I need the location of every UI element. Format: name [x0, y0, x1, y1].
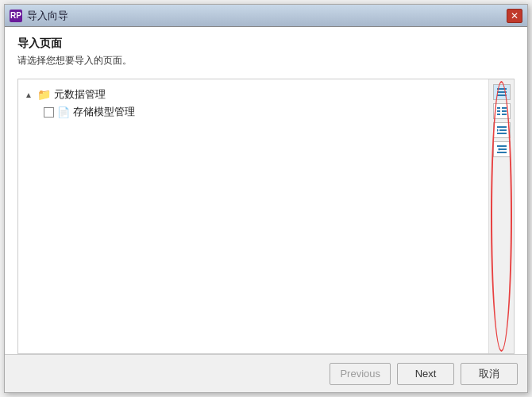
- svg-marker-12: [497, 129, 499, 132]
- tree-toggle-icon[interactable]: ▲: [25, 91, 34, 99]
- right-toolbar: [488, 79, 514, 353]
- tree-child-node: 📄 存储模型管理: [44, 103, 482, 121]
- svg-rect-3: [497, 107, 500, 109]
- title-bar-left: RP 导入向导: [10, 9, 68, 23]
- file-icon: 📄: [57, 106, 70, 118]
- svg-rect-7: [497, 114, 500, 115]
- dialog-body: 导入页面 请选择您想要导入的页面。 ▲ 📁 元数据管理 📄 存储模型管理: [5, 27, 527, 354]
- next-button[interactable]: Next: [397, 363, 454, 385]
- svg-rect-11: [497, 133, 507, 134]
- svg-rect-6: [502, 110, 507, 112]
- toolbar-btn-3[interactable]: [493, 122, 511, 138]
- toolbar-btn-2[interactable]: [493, 103, 511, 119]
- app-icon: RP: [10, 10, 22, 22]
- tree-root-node[interactable]: ▲ 📁 元数据管理: [25, 86, 482, 103]
- previous-button[interactable]: Previous: [330, 363, 391, 385]
- tree-panel: ▲ 📁 元数据管理 📄 存储模型管理: [18, 79, 488, 353]
- cancel-button[interactable]: 取消: [461, 363, 518, 385]
- svg-rect-0: [497, 88, 507, 90]
- svg-rect-15: [497, 152, 507, 153]
- svg-rect-1: [497, 91, 507, 93]
- tree-child-label: 存储模型管理: [73, 105, 135, 119]
- tree-root-label: 元数据管理: [54, 87, 106, 102]
- dialog-window: RP 导入向导 ✕ 导入页面 请选择您想要导入的页面。 ▲ 📁 元数据管理 📄: [4, 4, 528, 393]
- svg-rect-8: [502, 114, 507, 115]
- window-title: 导入向导: [27, 9, 68, 23]
- title-bar: RP 导入向导 ✕: [5, 5, 527, 27]
- svg-rect-10: [499, 129, 507, 131]
- svg-rect-13: [497, 145, 507, 147]
- svg-rect-5: [497, 110, 500, 112]
- toolbar-btn-4[interactable]: [493, 141, 511, 157]
- footer-area: Previous Next 取消: [5, 354, 527, 392]
- svg-rect-14: [499, 148, 507, 150]
- folder-icon: 📁: [37, 88, 51, 101]
- svg-marker-16: [498, 148, 499, 151]
- page-subtitle: 请选择您想要导入的页面。: [17, 54, 515, 67]
- content-area: ▲ 📁 元数据管理 📄 存储模型管理: [17, 79, 515, 354]
- svg-rect-4: [502, 107, 507, 109]
- page-title: 导入页面: [17, 37, 515, 51]
- svg-rect-9: [497, 126, 507, 128]
- svg-rect-2: [497, 94, 507, 96]
- toolbar-btn-1[interactable]: [493, 84, 511, 100]
- tree-child-checkbox[interactable]: [44, 107, 54, 118]
- close-button[interactable]: ✕: [507, 9, 522, 23]
